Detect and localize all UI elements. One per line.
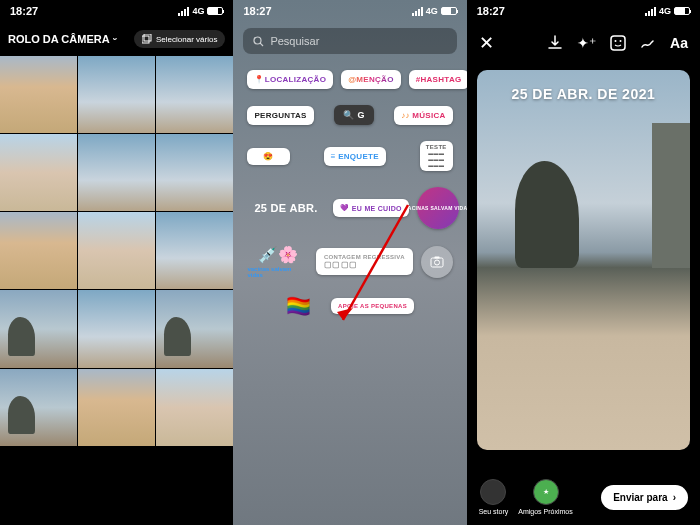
signal-icon [178, 7, 189, 16]
photo-thumb[interactable] [78, 369, 155, 446]
sticker-emoji-slider[interactable]: 😍 [247, 148, 289, 165]
svg-rect-1 [142, 36, 149, 43]
battery-icon [441, 7, 457, 15]
photo-thumb[interactable] [0, 134, 77, 211]
svg-rect-4 [431, 258, 443, 267]
gallery-screen: 18:27 4G ROLO DA CÂMERA › Selecionar vár… [0, 0, 233, 525]
your-story-label: Seu story [479, 508, 509, 515]
send-to-button[interactable]: Enviar para › [601, 485, 688, 510]
photo-thumb[interactable] [156, 290, 233, 367]
sticker-hashtag[interactable]: #HASHTAG [409, 70, 467, 89]
send-label: Enviar para [613, 492, 667, 503]
sticker-picker-screen: 18:27 4G Pesquisar 📍LOCALIZAÇÃO @MENÇÃO … [233, 0, 466, 525]
sticker-apoie[interactable]: APOIE AS PEQUENAS [331, 298, 414, 314]
photo-thumb[interactable] [0, 56, 77, 133]
sticker-location[interactable]: 📍LOCALIZAÇÃO [247, 70, 333, 89]
photo-thumb[interactable] [78, 56, 155, 133]
status-time: 18:27 [477, 5, 505, 17]
sticker-row: 25 DE ABR. 💜EU ME CUIDO VACINAS SALVAM V… [247, 187, 452, 229]
status-right: 4G [178, 6, 223, 16]
sticker-row: 😍 ≡ ENQUETE TESTE▬▬▬▬▬▬▬▬▬ [247, 141, 452, 171]
network-label: 4G [192, 6, 204, 16]
gallery-header: ROLO DA CÂMERA › Selecionar vários [0, 22, 233, 56]
network-label: 4G [426, 6, 438, 16]
story-canvas[interactable]: 25 DE ABR. DE 2021 [477, 70, 690, 450]
photo-thumb[interactable] [156, 212, 233, 289]
select-multiple-button[interactable]: Selecionar vários [134, 30, 225, 48]
photo-grid [0, 56, 233, 446]
sticker-countdown[interactable]: CONTAGEM REGRESSIVA▢▢▢▢ [316, 248, 413, 275]
svg-rect-6 [434, 256, 439, 258]
search-icon [253, 36, 264, 47]
sticker-date[interactable]: 25 DE ABR. [247, 197, 324, 219]
sticker-icon[interactable] [610, 35, 626, 51]
photo-thumb[interactable] [156, 56, 233, 133]
album-title: ROLO DA CÂMERA [8, 33, 110, 45]
editor-tools: ✦⁺ Aa [547, 35, 688, 51]
signal-icon [412, 7, 423, 16]
status-bar: 18:27 4G [0, 0, 233, 22]
sticker-quiz[interactable]: TESTE▬▬▬▬▬▬▬▬▬ [420, 141, 453, 171]
battery-icon [207, 7, 223, 15]
story-editor-screen: 18:27 4G ✕ ✦⁺ Aa 25 DE ABR. DE 2021 Seu … [467, 0, 700, 525]
editor-toolbar: ✕ ✦⁺ Aa [467, 22, 700, 64]
sticker-grid: 📍LOCALIZAÇÃO @MENÇÃO #HASHTAG PERGUNTAS … [233, 60, 466, 328]
sticker-gif[interactable]: 🔍 G [334, 105, 374, 125]
search-placeholder: Pesquisar [270, 35, 319, 47]
close-friends-button[interactable]: ★ Amigos Próximos [518, 479, 572, 515]
status-time: 18:27 [10, 5, 38, 17]
status-bar: 18:27 4G [233, 0, 466, 22]
effects-icon[interactable]: ✦⁺ [577, 35, 596, 51]
network-label: 4G [659, 6, 671, 16]
your-story-button[interactable]: Seu story [479, 479, 509, 515]
photo-thumb[interactable] [0, 212, 77, 289]
sticker-camera[interactable] [421, 246, 453, 278]
sticker-questions[interactable]: PERGUNTAS [247, 106, 313, 125]
svg-point-10 [615, 40, 617, 42]
svg-line-3 [261, 43, 264, 46]
sticker-vacinas-2[interactable]: 💉🌸 vacinas salvam vidas [247, 245, 308, 278]
svg-point-2 [254, 37, 261, 44]
status-right: 4G [645, 6, 690, 16]
photo-thumb[interactable] [78, 134, 155, 211]
photo-thumb[interactable] [156, 134, 233, 211]
sticker-eu-me-cuido[interactable]: 💜EU ME CUIDO [333, 199, 409, 217]
svg-rect-9 [611, 36, 625, 50]
sticker-poll[interactable]: ≡ ENQUETE [324, 147, 386, 166]
close-friends-label: Amigos Próximos [518, 508, 572, 515]
photo-thumb[interactable] [0, 290, 77, 367]
share-bar: Seu story ★ Amigos Próximos Enviar para … [467, 479, 700, 515]
sticker-row: 📍LOCALIZAÇÃO @MENÇÃO #HASHTAG [247, 70, 452, 89]
status-right: 4G [412, 6, 457, 16]
camera-icon [430, 256, 444, 268]
close-button[interactable]: ✕ [479, 32, 494, 54]
sticker-row: PERGUNTAS 🔍 G MÚSICA [247, 105, 452, 125]
album-dropdown[interactable]: ROLO DA CÂMERA › [8, 33, 116, 45]
star-icon: ★ [533, 479, 559, 505]
chevron-right-icon: › [673, 492, 676, 503]
sticker-mention[interactable]: @MENÇÃO [341, 70, 400, 89]
sticker-music[interactable]: MÚSICA [394, 106, 452, 125]
avatar [480, 479, 506, 505]
draw-icon[interactable] [640, 35, 656, 51]
date-sticker-overlay[interactable]: 25 DE ABR. DE 2021 [477, 86, 690, 102]
sticker-pride[interactable]: 🏳️‍🌈 [286, 294, 311, 318]
select-label: Selecionar vários [156, 35, 217, 44]
photo-thumb[interactable] [156, 369, 233, 446]
svg-point-5 [434, 260, 439, 265]
signal-icon [645, 7, 656, 16]
sticker-search[interactable]: Pesquisar [243, 28, 456, 54]
battery-icon [674, 7, 690, 15]
chevron-down-icon: › [109, 38, 119, 41]
stack-icon [142, 34, 152, 44]
sticker-row: 💉🌸 vacinas salvam vidas CONTAGEM REGRESS… [247, 245, 452, 278]
sticker-vacinas[interactable]: VACINAS SALVAM VIDAS [417, 187, 459, 229]
download-icon[interactable] [547, 35, 563, 51]
photo-thumb[interactable] [78, 212, 155, 289]
photo-thumb[interactable] [78, 290, 155, 367]
sticker-row: 🏳️‍🌈 APOIE AS PEQUENAS [247, 294, 452, 318]
text-tool[interactable]: Aa [670, 35, 688, 51]
photo-thumb[interactable] [0, 369, 77, 446]
svg-point-11 [620, 40, 622, 42]
status-time: 18:27 [243, 5, 271, 17]
